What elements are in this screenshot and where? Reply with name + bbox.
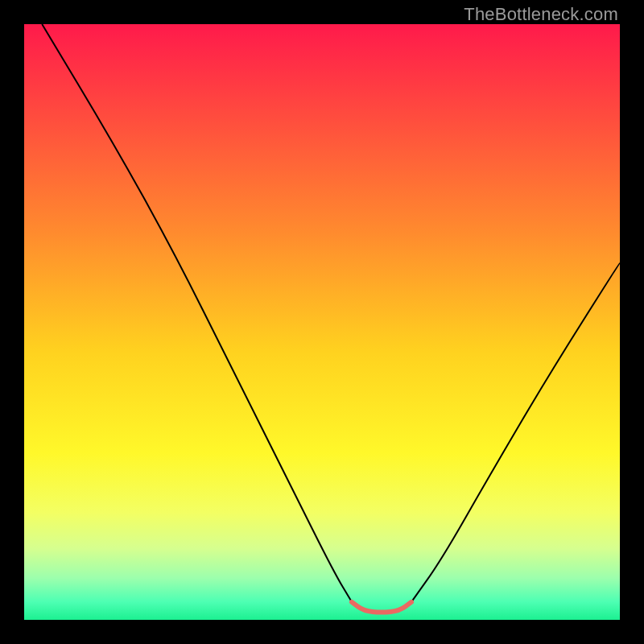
- curve-trough-segment: [352, 602, 411, 613]
- chart-stage: TheBottleneck.com: [0, 0, 644, 644]
- curve-layer: [24, 24, 620, 620]
- watermark-text: TheBottleneck.com: [464, 4, 618, 25]
- curve-right-branch: [411, 262, 620, 602]
- curve-left-branch: [42, 24, 352, 602]
- plot-area: [24, 24, 620, 620]
